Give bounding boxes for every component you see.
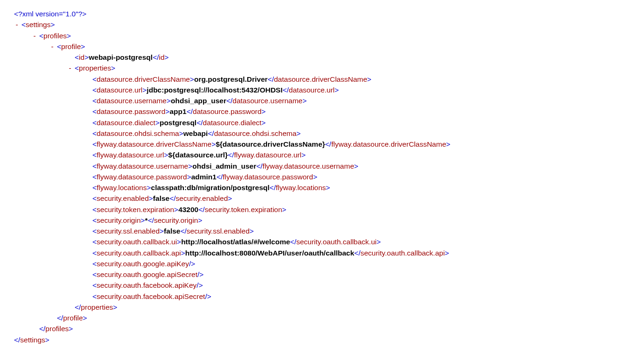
profiles-open: -<profiles>: [14, 30, 644, 41]
property-empty-element: -<security.oauth.google.apiSecret/>: [14, 269, 644, 280]
property-element: -<datasource.ohdsi.schema>webapi</dataso…: [14, 128, 644, 139]
property-element: -<flyway.locations>classpath:db/migratio…: [14, 182, 644, 193]
property-element: -<security.origin>*</security.origin>: [14, 215, 644, 226]
properties-open: -<properties>: [14, 63, 644, 73]
property-element: -<datasource.driverClassName>org.postgre…: [14, 74, 644, 85]
property-element: -<security.ssl.enabled>false</security.s…: [14, 226, 644, 236]
property-element: -<flyway.datasource.url>${datasource.url…: [14, 149, 644, 160]
profile-open: -<profile>: [14, 41, 644, 52]
property-element: -<datasource.username>ohdsi_app_user</da…: [14, 95, 644, 106]
collapse-toggle[interactable]: -: [14, 19, 20, 30]
property-element: -<flyway.datasource.driverClassName>${da…: [14, 139, 644, 149]
property-element: -<security.enabled>false</security.enabl…: [14, 193, 644, 204]
id-element: -<id>webapi-postgresql</id>: [14, 52, 644, 63]
properties-children: -<datasource.driverClassName>org.postgre…: [14, 74, 644, 302]
xml-tree: <?xml version="1.0"?> -<settings> -<prof…: [0, 0, 644, 345]
collapse-toggle[interactable]: -: [67, 63, 73, 73]
collapse-toggle[interactable]: -: [32, 30, 37, 41]
profiles-close: -</profiles>: [14, 323, 644, 334]
property-element: -<datasource.url>jdbc:postgresql://local…: [14, 85, 644, 95]
property-element: -<flyway.datasource.password>admin1</fly…: [14, 171, 644, 182]
property-element: -<datasource.password>app1</datasource.p…: [14, 106, 644, 117]
profile-close: -</profile>: [14, 312, 644, 323]
property-element: -<security.oauth.callback.ui>http://loca…: [14, 236, 644, 247]
xml-declaration: <?xml version="1.0"?>: [14, 8, 644, 19]
collapse-toggle[interactable]: -: [49, 41, 55, 52]
property-element: -<flyway.datasource.username>ohdsi_admin…: [14, 161, 644, 171]
property-element: -<security.token.expiration>43200</secur…: [14, 204, 644, 215]
properties-close: -</properties>: [14, 302, 644, 312]
property-empty-element: -<security.oauth.facebook.apiKey/>: [14, 280, 644, 291]
property-empty-element: -<security.oauth.facebook.apiSecret/>: [14, 291, 644, 302]
property-element: -<security.oauth.callback.api>http://loc…: [14, 248, 644, 258]
property-empty-element: -<security.oauth.google.apiKey/>: [14, 258, 644, 269]
property-element: -<datasource.dialect>postgresql</datasou…: [14, 117, 644, 128]
settings-close: </settings>: [14, 334, 644, 345]
settings-open: -<settings>: [14, 19, 644, 30]
